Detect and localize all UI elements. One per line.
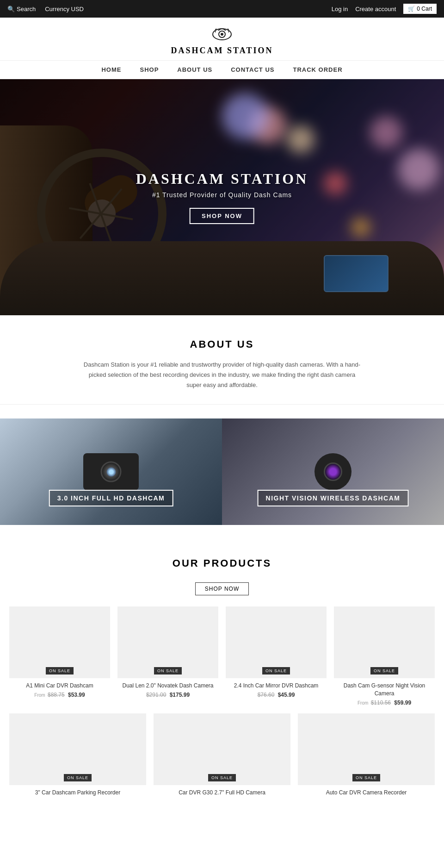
hero-shop-now-button[interactable]: SHOP NOW <box>190 208 254 224</box>
price-new-3: $59.99 <box>394 699 411 706</box>
product-name-2: 2.4 Inch Car Mirror DVR Dashcam <box>226 682 327 690</box>
site-header: DASHCAM STATION <box>0 18 444 61</box>
search-icon: 🔍 <box>7 6 15 12</box>
on-sale-badge-4: ON SALE <box>64 774 92 781</box>
banner-full-hd[interactable]: 3.0 INCH FULL HD DASHCAM <box>0 418 222 525</box>
product-image-5: ON SALE <box>154 713 290 785</box>
product-image-4: ON SALE <box>9 713 146 785</box>
product-name-5: Car DVR G30 2.7" Full HD Camera <box>154 789 290 797</box>
cart-icon: 🛒 <box>408 6 415 12</box>
search-link[interactable]: 🔍 Search <box>7 6 36 12</box>
top-bar: 🔍 Search Currency USD Log in Create acco… <box>0 0 444 18</box>
hero-title: DASHCAM STATION <box>136 170 308 187</box>
product-name-6: Auto Car DVR Camera Recorder <box>298 789 435 797</box>
about-title: ABOUT US <box>9 338 435 350</box>
product-name-0: A1 Mini Car DVR Dashcam <box>9 682 110 690</box>
logo-icon <box>0 26 444 44</box>
product-image-0: ON SALE <box>9 606 110 678</box>
price-from-3: From <box>358 700 368 706</box>
on-sale-badge-3: ON SALE <box>370 667 398 674</box>
cart-button[interactable]: 🛒 0 Cart <box>403 4 437 14</box>
about-text: Dashcam Station is your #1 reliable and … <box>83 360 361 390</box>
products-grid-row2: ON SALE 3" Car Dashcam Parking Recorder … <box>9 713 435 799</box>
banners-section: 3.0 INCH FULL HD DASHCAM NIGHT VISION WI… <box>0 418 444 525</box>
nav-about-us[interactable]: ABOUT US <box>177 66 212 73</box>
product-card-3[interactable]: ON SALE Dash Cam G-sensor Night Vision C… <box>334 606 435 706</box>
product-price-0: From $88.75 $53.99 <box>9 692 110 698</box>
price-new-1: $175.99 <box>170 692 190 698</box>
currency-label: Currency USD <box>45 6 84 12</box>
product-name-1: Dual Len 2.0" Novatek Dash Camera <box>117 682 218 690</box>
cart-label: 0 Cart <box>417 6 432 12</box>
product-price-1: $291.00 $175.99 <box>117 692 218 698</box>
product-image-2: ON SALE <box>226 606 327 678</box>
nav-contact-us[interactable]: CONTACT US <box>231 66 274 73</box>
banner-night-vision-label: NIGHT VISION WIRELESS DASHCAM <box>258 490 409 506</box>
price-new-2: $45.99 <box>278 692 295 698</box>
banner-full-hd-label: 3.0 INCH FULL HD DASHCAM <box>49 490 173 506</box>
product-image-3: ON SALE <box>334 606 435 678</box>
product-card-0[interactable]: ON SALE A1 Mini Car DVR Dashcam From $88… <box>9 606 110 706</box>
products-title: OUR PRODUCTS <box>9 557 435 569</box>
product-card-6[interactable]: ON SALE Auto Car DVR Camera Recorder <box>298 713 435 799</box>
product-image-1: ON SALE <box>117 606 218 678</box>
price-old-2: $76.60 <box>258 692 275 698</box>
nav-shop[interactable]: SHOP <box>140 66 159 73</box>
products-section: OUR PRODUCTS SHOP NOW ON SALE A1 Mini Ca… <box>0 539 444 817</box>
hero-content: DASHCAM STATION #1 Trusted Provider of Q… <box>136 170 308 224</box>
currency-selector[interactable]: Currency USD <box>45 6 84 12</box>
price-old-3: $110.56 <box>371 699 391 706</box>
products-shop-now-button[interactable]: SHOP NOW <box>195 582 249 595</box>
banner-night-vision[interactable]: NIGHT VISION WIRELESS DASHCAM <box>222 418 444 525</box>
nav-track-order[interactable]: TRACK ORDER <box>293 66 342 73</box>
product-card-4[interactable]: ON SALE 3" Car Dashcam Parking Recorder <box>9 713 146 799</box>
create-account-link[interactable]: Create account <box>355 6 396 12</box>
top-bar-left: 🔍 Search Currency USD <box>7 6 84 12</box>
products-grid-row1: ON SALE A1 Mini Car DVR Dashcam From $88… <box>9 606 435 706</box>
product-card-5[interactable]: ON SALE Car DVR G30 2.7" Full HD Camera <box>154 713 290 799</box>
product-card-1[interactable]: ON SALE Dual Len 2.0" Novatek Dash Camer… <box>117 606 218 706</box>
nightvision-camera-shape <box>314 453 352 490</box>
svg-point-2 <box>221 33 223 36</box>
dashboard <box>0 241 444 315</box>
login-link[interactable]: Log in <box>332 6 348 12</box>
search-label: Search <box>17 6 36 12</box>
hero-section: DASHCAM STATION #1 Trusted Provider of Q… <box>0 79 444 315</box>
top-bar-right: Log in Create account 🛒 0 Cart <box>332 4 437 14</box>
product-name-3: Dash Cam G-sensor Night Vision Camera <box>334 682 435 698</box>
on-sale-badge-1: ON SALE <box>154 667 182 674</box>
on-sale-badge-2: ON SALE <box>262 667 290 674</box>
logo-text: DASHCAM STATION <box>0 46 444 56</box>
price-from-0: From <box>34 693 45 698</box>
main-nav: HOME SHOP ABOUT US CONTACT US TRACK ORDE… <box>0 61 444 79</box>
product-name-4: 3" Car Dashcam Parking Recorder <box>9 789 146 797</box>
product-price-3: From $110.56 $59.99 <box>334 699 435 706</box>
product-price-2: $76.60 $45.99 <box>226 692 327 698</box>
hero-subtitle: #1 Trusted Provider of Quality Dash Cams <box>136 191 308 199</box>
price-old-1: $291.00 <box>146 692 166 698</box>
dashboard-screen <box>324 255 388 292</box>
fullhd-camera-shape <box>83 453 139 490</box>
price-old-0: $88.75 <box>48 692 65 698</box>
on-sale-badge-5: ON SALE <box>208 774 236 781</box>
product-image-6: ON SALE <box>298 713 435 785</box>
nav-home[interactable]: HOME <box>101 66 121 73</box>
about-section: ABOUT US Dashcam Station is your #1 reli… <box>0 315 444 405</box>
products-shop-now-button-wrapper: SHOP NOW <box>9 579 435 606</box>
on-sale-badge-0: ON SALE <box>46 667 74 674</box>
price-new-0: $53.99 <box>68 692 85 698</box>
product-card-2[interactable]: ON SALE 2.4 Inch Car Mirror DVR Dashcam … <box>226 606 327 706</box>
on-sale-badge-6: ON SALE <box>352 774 380 781</box>
